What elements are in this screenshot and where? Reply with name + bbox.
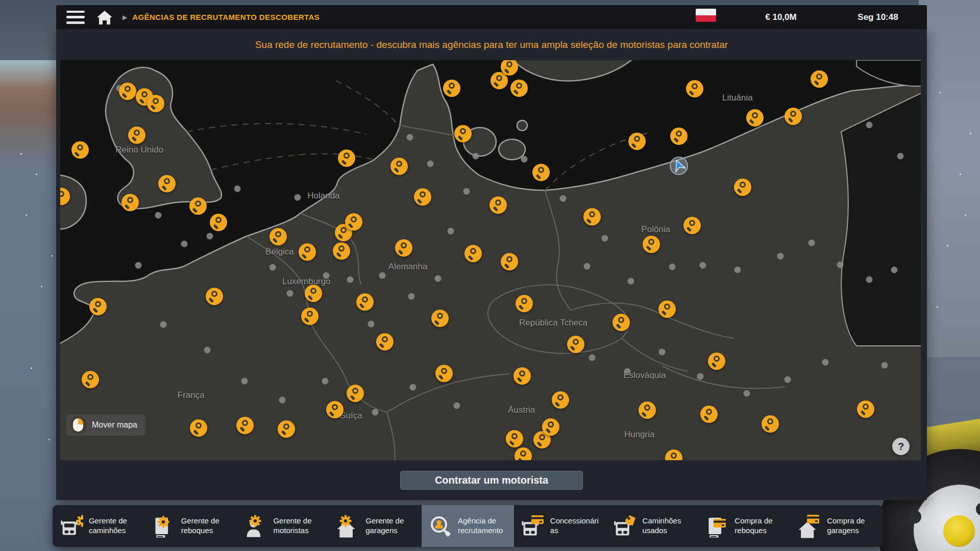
tab-label: Gerente de garagens <box>365 516 415 536</box>
background-snow-specks <box>20 153 22 155</box>
tab-trailer-purchase[interactable]: Compra de reboques <box>698 505 791 547</box>
agency-marker[interactable] <box>347 385 364 402</box>
agency-marker[interactable] <box>376 333 394 350</box>
agency-marker[interactable] <box>700 406 718 423</box>
agency-marker[interactable] <box>665 449 682 460</box>
agency-marker[interactable] <box>158 175 176 192</box>
agency-marker[interactable] <box>71 141 89 159</box>
agency-marker[interactable] <box>552 391 569 409</box>
agency-marker[interactable] <box>811 70 828 88</box>
player-position-icon <box>669 156 689 176</box>
tab-label: Caminhões usados <box>643 516 693 536</box>
agency-marker[interactable] <box>210 214 227 231</box>
agency-marker[interactable] <box>356 293 374 311</box>
agency-marker[interactable] <box>686 80 703 97</box>
agency-marker[interactable] <box>345 213 362 231</box>
agency-marker[interactable] <box>542 418 559 436</box>
agency-marker[interactable] <box>639 402 656 419</box>
agency-marker[interactable] <box>443 80 460 97</box>
agency-marker[interactable] <box>390 158 408 175</box>
agency-marker[interactable] <box>510 80 528 97</box>
agency-marker[interactable] <box>190 419 207 437</box>
agency-marker[interactable] <box>128 127 145 144</box>
recruitment-agency-icon <box>428 514 452 538</box>
agency-marker[interactable] <box>435 365 453 382</box>
background-truck-hub <box>943 515 975 547</box>
tab-label: Gerente de caminhões <box>89 516 139 536</box>
agency-marker[interactable] <box>299 243 316 261</box>
agency-marker[interactable] <box>658 300 676 318</box>
agency-marker[interactable] <box>746 109 764 127</box>
agency-marker[interactable] <box>734 179 751 196</box>
agency-marker[interactable] <box>628 133 646 150</box>
agency-marker[interactable] <box>338 149 355 167</box>
agency-marker[interactable] <box>333 242 350 260</box>
agency-marker[interactable] <box>583 208 601 226</box>
agency-marker[interactable] <box>567 336 584 353</box>
agency-marker[interactable] <box>147 95 164 112</box>
tab-label: Compra de reboques <box>734 516 785 536</box>
agency-marker[interactable] <box>670 128 688 145</box>
tab-label: Compra de garagens <box>827 516 877 536</box>
agency-marker[interactable] <box>506 430 523 447</box>
agency-marker[interactable] <box>270 228 287 245</box>
agency-marker[interactable] <box>82 371 99 388</box>
agency-marker[interactable] <box>305 285 322 302</box>
garage-purchase-icon <box>797 514 821 538</box>
money-display: € 10,0M <box>740 5 822 29</box>
agency-marker[interactable] <box>501 60 518 76</box>
garage-manager-icon <box>335 514 360 538</box>
agency-marker[interactable] <box>464 245 482 262</box>
tab-dealerships[interactable]: Concessionárias <box>514 505 606 547</box>
agency-marker[interactable] <box>326 401 344 418</box>
agency-marker[interactable] <box>206 288 223 305</box>
tab-label: Gerente de reboques <box>181 516 231 536</box>
agency-marker[interactable] <box>119 83 136 100</box>
agency-marker[interactable] <box>301 308 318 325</box>
truck-manager-icon <box>59 514 83 538</box>
agency-marker[interactable] <box>513 367 531 385</box>
home-icon[interactable] <box>96 10 113 25</box>
trailer-manager-icon <box>151 514 176 538</box>
agency-marker[interactable] <box>514 447 532 460</box>
agency-marker[interactable] <box>785 108 802 125</box>
hamburger-menu-icon[interactable] <box>66 11 85 24</box>
agency-marker[interactable] <box>857 400 874 418</box>
tab-driver-manager[interactable]: Gerente de motoristas <box>237 505 330 547</box>
agency-markers-layer <box>60 60 921 460</box>
agency-marker[interactable] <box>60 188 70 205</box>
agency-marker[interactable] <box>278 420 295 438</box>
tab-truck-manager[interactable]: Gerente de caminhões <box>53 505 145 547</box>
move-map-hint: Mover mapa <box>66 414 145 436</box>
hire-row: Contratar um motorista <box>56 460 927 500</box>
hire-driver-button[interactable]: Contratar um motorista <box>400 471 583 490</box>
move-map-label: Mover mapa <box>92 420 137 430</box>
tab-garage-manager[interactable]: Gerente de garagens <box>329 505 422 547</box>
agency-marker[interactable] <box>516 295 533 312</box>
agency-marker[interactable] <box>236 417 254 434</box>
help-button[interactable]: ? <box>892 438 910 455</box>
agency-marker[interactable] <box>414 188 431 206</box>
tab-trailer-manager[interactable]: Gerente de reboques <box>145 505 237 547</box>
agency-marker[interactable] <box>683 217 701 234</box>
agency-marker[interactable] <box>643 236 660 253</box>
agency-marker[interactable] <box>489 196 507 214</box>
tab-label: Gerente de motoristas <box>273 516 323 536</box>
agency-marker[interactable] <box>612 314 630 331</box>
poland-flag <box>696 9 716 22</box>
map-canvas[interactable]: Reino UnidoLituâniaHolandaBélgicaLuxembu… <box>60 60 921 460</box>
agency-marker[interactable] <box>121 194 139 211</box>
breadcrumb: AGÊNCIAS DE RECRUTAMENTO DESCOBERTAS <box>132 13 320 21</box>
agency-marker[interactable] <box>431 310 449 327</box>
agency-marker[interactable] <box>454 125 472 142</box>
tab-recruitment-agency[interactable]: Agência de recrutamento <box>422 505 514 547</box>
agency-marker[interactable] <box>708 353 725 370</box>
agency-marker[interactable] <box>762 415 779 433</box>
agency-marker[interactable] <box>501 253 518 270</box>
agency-marker[interactable] <box>189 197 207 215</box>
tab-used-trucks[interactable]: Caminhões usados <box>606 505 699 547</box>
agency-marker[interactable] <box>532 164 550 181</box>
agency-marker[interactable] <box>89 298 107 315</box>
tab-garage-purchase[interactable]: Compra de garagens <box>791 505 883 547</box>
agency-marker[interactable] <box>395 239 412 257</box>
